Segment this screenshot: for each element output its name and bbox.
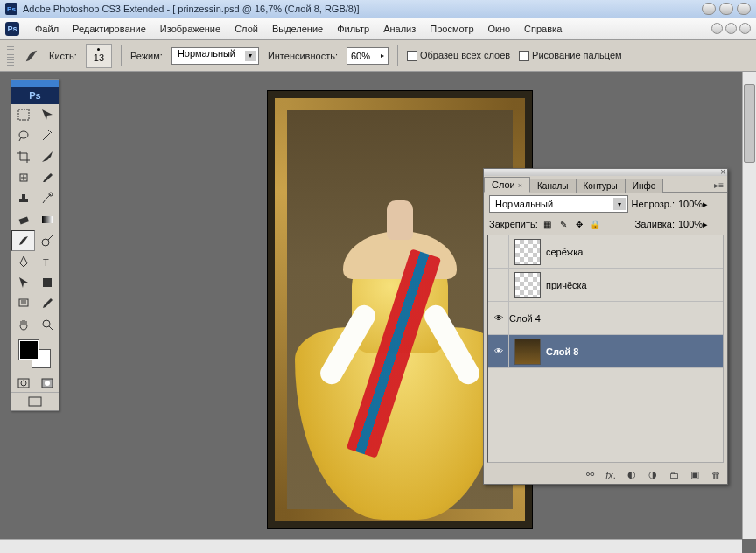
brush-size-value: 13 [94, 52, 104, 63]
layer-name[interactable]: Слой 8 [546, 346, 578, 357]
panel-close-icon[interactable]: × [720, 167, 725, 177]
close-button[interactable] [737, 3, 751, 15]
fill-input[interactable]: 100%▸ [678, 219, 722, 230]
tab-paths[interactable]: Контуры [576, 178, 626, 192]
menu-layer[interactable]: Слой [228, 20, 265, 38]
type-tool[interactable]: T [35, 251, 59, 272]
opacity-input[interactable]: 100%▸ [678, 199, 722, 210]
zoom-tool[interactable] [35, 314, 59, 335]
layer-name[interactable]: серёжка [546, 247, 583, 257]
visibility-toggle[interactable] [488, 269, 509, 301]
group-icon[interactable]: 🗀 [666, 468, 682, 482]
layer-row[interactable]: Слой 8 [488, 335, 723, 368]
layer-thumbnail[interactable] [514, 239, 541, 265]
delete-layer-icon[interactable]: 🗑 [708, 468, 724, 482]
marquee-tool[interactable] [11, 104, 35, 125]
finger-painting-checkbox[interactable]: Рисование пальцем [519, 50, 622, 61]
tab-channels[interactable]: Каналы [529, 178, 577, 192]
doc-close-button[interactable] [739, 23, 751, 34]
hand-tool[interactable] [11, 314, 35, 335]
menu-analysis[interactable]: Анализ [376, 20, 423, 38]
adjustment-layer-icon[interactable]: ◑ [645, 468, 661, 482]
gradient-tool[interactable] [35, 209, 59, 230]
layer-blend-mode-select[interactable]: Нормальный ▾ [489, 195, 628, 213]
doc-minimize-button[interactable] [711, 23, 723, 34]
svg-rect-5 [42, 216, 52, 223]
lasso-tool[interactable] [11, 125, 35, 146]
panel-menu-icon[interactable]: ▸≡ [710, 178, 727, 192]
strength-label: Интенсивность: [268, 51, 338, 61]
heal-tool[interactable] [11, 167, 35, 188]
layer-mask-icon[interactable]: ◐ [624, 468, 640, 482]
wand-tool[interactable] [35, 125, 59, 146]
lock-all-icon[interactable]: 🔒 [589, 218, 601, 230]
tab-info[interactable]: Инфо [625, 178, 664, 192]
vertical-scrollbar[interactable] [742, 72, 756, 539]
layer-row[interactable]: причёска [488, 269, 723, 302]
screenmode-button[interactable] [11, 393, 59, 410]
menu-view[interactable]: Просмотр [423, 20, 480, 38]
layer-thumbnail[interactable] [514, 339, 541, 365]
menu-help[interactable]: Справка [517, 20, 569, 38]
optionsbar-grip[interactable] [7, 46, 14, 66]
slice-tool[interactable] [35, 146, 59, 167]
menu-select[interactable]: Выделение [265, 20, 330, 38]
visibility-toggle[interactable] [488, 235, 509, 268]
eraser-tool[interactable] [11, 209, 35, 230]
sample-all-layers-checkbox[interactable]: Образец всех слоев [407, 50, 510, 61]
notes-tool[interactable] [11, 293, 35, 314]
window-titlebar: Ps Adobe Photoshop CS3 Extended - [ prin… [0, 0, 756, 18]
menu-edit[interactable]: Редактирование [66, 20, 153, 38]
menu-filter[interactable]: Фильтр [330, 20, 376, 38]
move-tool[interactable] [35, 104, 59, 125]
history-brush-tool[interactable] [35, 188, 59, 209]
visibility-toggle[interactable] [488, 335, 509, 368]
lock-position-icon[interactable]: ✥ [573, 218, 585, 230]
menu-file[interactable]: Файл [28, 20, 66, 38]
toolbox: Ps T [10, 79, 60, 411]
pen-tool[interactable] [11, 251, 35, 272]
layer-name[interactable]: Слой 4 [509, 313, 541, 324]
smudge-tool[interactable] [11, 230, 35, 251]
panel-grip[interactable]: × [484, 169, 727, 176]
menu-image[interactable]: Изображение [153, 20, 228, 38]
layers-panel: × Слои× Каналы Контуры Инфо ▸≡ Нормальны… [483, 168, 728, 485]
tab-layers[interactable]: Слои× [484, 177, 530, 192]
menu-window[interactable]: Окно [481, 20, 518, 38]
lock-transparency-icon[interactable]: ▦ [542, 218, 554, 230]
eyedropper-tool[interactable] [35, 293, 59, 314]
layer-row[interactable]: серёжка [488, 235, 723, 269]
brush-picker[interactable]: 13 [86, 44, 112, 68]
new-layer-icon[interactable]: ▣ [687, 468, 703, 482]
minimize-button[interactable] [702, 3, 716, 15]
strength-input[interactable]: 60% ▸ [346, 47, 388, 65]
doc-restore-button[interactable] [725, 23, 737, 34]
path-select-tool[interactable] [11, 272, 35, 293]
window-title: Adobe Photoshop CS3 Extended - [ prinzes… [23, 4, 702, 14]
visibility-toggle[interactable] [488, 302, 509, 334]
maximize-button[interactable] [719, 3, 733, 15]
horizontal-scrollbar[interactable] [0, 539, 742, 553]
layer-name[interactable]: причёска [546, 280, 587, 290]
strength-value: 60% [351, 51, 370, 61]
shape-tool[interactable] [35, 272, 59, 293]
quickmask-off-icon[interactable] [11, 374, 35, 392]
lock-label: Закрепить: [489, 219, 538, 229]
quickmask-on-icon[interactable] [35, 374, 59, 392]
chevron-right-icon: ▸ [381, 52, 384, 60]
layer-thumbnail[interactable] [514, 272, 541, 298]
fill-label: Заливка: [635, 219, 675, 229]
stamp-tool[interactable] [11, 188, 35, 209]
lock-pixels-icon[interactable]: ✎ [557, 218, 570, 230]
brush-tool[interactable] [35, 167, 59, 188]
foreground-color-swatch[interactable] [19, 340, 38, 360]
color-swatches[interactable] [11, 335, 59, 374]
layer-row[interactable]: Слой 4 [488, 302, 723, 335]
toolbox-grip[interactable] [11, 80, 59, 87]
crop-tool[interactable] [11, 146, 35, 167]
layer-fx-icon[interactable]: fx. [603, 468, 619, 482]
dodge-tool[interactable] [35, 230, 59, 251]
link-layers-icon[interactable]: ⚯ [582, 468, 598, 482]
opacity-label: Непрозр.: [632, 199, 675, 209]
blend-mode-select[interactable]: Нормальный ▾ [172, 47, 259, 65]
